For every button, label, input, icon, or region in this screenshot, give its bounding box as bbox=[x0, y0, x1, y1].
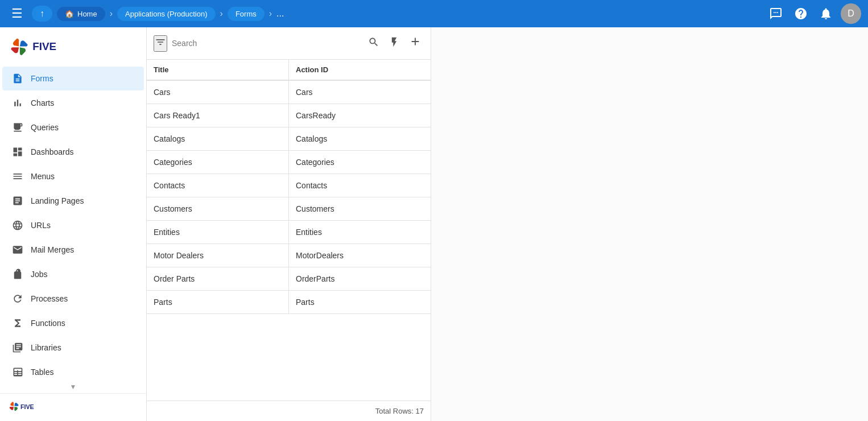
sidebar-scroll-indicator: ▼ bbox=[0, 381, 146, 393]
table-footer: Total Rows: 17 bbox=[147, 401, 431, 421]
notifications-icon[interactable] bbox=[816, 3, 836, 24]
cell-action-id: Entities bbox=[288, 221, 431, 243]
sidebar-item-libraries-label: Libraries bbox=[31, 343, 61, 352]
applications-label: Applications (Production) bbox=[125, 10, 208, 18]
sidebar-item-queries-label: Queries bbox=[31, 123, 59, 132]
forms-breadcrumb-label: Forms bbox=[235, 10, 257, 18]
sidebar-item-forms[interactable]: Forms bbox=[2, 67, 144, 90]
sidebar: FIVE Forms Charts bbox=[0, 27, 147, 421]
functions-icon bbox=[11, 317, 24, 329]
forms-icon bbox=[11, 72, 24, 85]
svg-text:FIVE: FIVE bbox=[32, 40, 56, 52]
breadcrumb-arrow-1: › bbox=[110, 9, 113, 19]
sidebar-item-libraries[interactable]: Libraries bbox=[2, 336, 144, 360]
home-label: Home bbox=[77, 10, 97, 18]
table-row[interactable]: EntitiesEntities bbox=[147, 221, 431, 244]
sidebar-item-mail-merges[interactable]: Mail Merges bbox=[2, 238, 144, 262]
breadcrumb-arrow-2: › bbox=[220, 9, 223, 19]
search-button[interactable] bbox=[366, 34, 382, 53]
main-layout: FIVE Forms Charts bbox=[0, 27, 868, 421]
sidebar-item-functions[interactable]: Functions bbox=[2, 311, 144, 335]
cell-action-id: Cars bbox=[288, 81, 431, 104]
sidebar-item-menus[interactable]: Menus bbox=[2, 164, 144, 188]
svg-text:FIVE: FIVE bbox=[20, 403, 34, 410]
table: Title Action ID CarsCarsCars Ready1CarsR… bbox=[147, 60, 431, 421]
jobs-icon bbox=[11, 268, 24, 280]
tables-icon bbox=[11, 366, 24, 378]
cell-title: Parts bbox=[147, 291, 288, 313]
search-input[interactable] bbox=[172, 39, 361, 48]
cell-title: Cars bbox=[147, 81, 288, 104]
cell-title: Catalogs bbox=[147, 127, 288, 150]
home-icon: 🏠 bbox=[65, 10, 74, 18]
avatar[interactable]: D bbox=[841, 3, 861, 24]
table-header: Title Action ID bbox=[147, 60, 431, 81]
table-row[interactable]: CategoriesCategories bbox=[147, 151, 431, 174]
cell-title: Contacts bbox=[147, 174, 288, 197]
sidebar-item-menus-label: Menus bbox=[31, 172, 55, 181]
detail-area bbox=[431, 27, 868, 421]
column-header-title: Title bbox=[147, 60, 288, 80]
sidebar-item-mail-merges-label: Mail Merges bbox=[31, 245, 74, 254]
cell-title: Order Parts bbox=[147, 267, 288, 290]
landing-pages-icon bbox=[11, 195, 24, 207]
mail-merges-icon bbox=[11, 243, 24, 256]
svg-point-2 bbox=[777, 12, 778, 13]
cell-title: Customers bbox=[147, 197, 288, 220]
list-panel: Title Action ID CarsCarsCars Ready1CarsR… bbox=[147, 27, 431, 421]
table-body: CarsCarsCars Ready1CarsReadyCatalogsCata… bbox=[147, 81, 431, 401]
cell-action-id: Parts bbox=[288, 291, 431, 313]
table-row[interactable]: Cars Ready1CarsReady bbox=[147, 104, 431, 127]
menus-icon bbox=[11, 170, 24, 183]
upload-icon: ↑ bbox=[40, 9, 44, 19]
sidebar-item-dashboards[interactable]: Dashboards bbox=[2, 140, 144, 164]
sidebar-item-queries[interactable]: Queries bbox=[2, 115, 144, 139]
upload-button[interactable]: ↑ bbox=[32, 6, 52, 22]
sidebar-item-functions-label: Functions bbox=[31, 319, 65, 328]
table-row[interactable]: CarsCars bbox=[147, 81, 431, 104]
applications-breadcrumb[interactable]: Applications (Production) bbox=[117, 7, 216, 21]
sidebar-item-forms-label: Forms bbox=[31, 74, 53, 83]
sidebar-item-landing-pages-label: Landing Pages bbox=[31, 196, 84, 205]
urls-icon bbox=[11, 219, 24, 232]
sidebar-item-charts[interactable]: Charts bbox=[2, 91, 144, 115]
sidebar-item-processes[interactable]: Processes bbox=[2, 287, 144, 311]
home-button[interactable]: 🏠 Home bbox=[57, 7, 105, 21]
sidebar-item-dashboards-label: Dashboards bbox=[31, 147, 74, 156]
sidebar-item-tables[interactable]: Tables bbox=[2, 360, 144, 381]
sidebar-item-jobs[interactable]: Jobs bbox=[2, 262, 144, 286]
cell-title: Categories bbox=[147, 151, 288, 174]
table-row[interactable]: ContactsContacts bbox=[147, 174, 431, 197]
processes-icon bbox=[11, 292, 24, 305]
sidebar-item-urls-label: URLs bbox=[31, 221, 51, 230]
table-row[interactable]: Motor DealersMotorDealers bbox=[147, 244, 431, 267]
table-row[interactable]: PartsParts bbox=[147, 291, 431, 314]
search-bar bbox=[147, 27, 431, 60]
help-icon[interactable] bbox=[791, 3, 811, 24]
table-row[interactable]: CatalogsCatalogs bbox=[147, 127, 431, 151]
cell-title: Motor Dealers bbox=[147, 244, 288, 267]
cell-action-id: OrderParts bbox=[288, 267, 431, 290]
topbar-icons: D bbox=[766, 3, 861, 24]
queries-icon bbox=[11, 121, 24, 134]
content-panel: Title Action ID CarsCarsCars Ready1CarsR… bbox=[147, 27, 868, 421]
chat-icon[interactable] bbox=[766, 3, 786, 24]
cell-action-id: Categories bbox=[288, 151, 431, 174]
table-row[interactable]: CustomersCustomers bbox=[147, 197, 431, 221]
sidebar-item-urls[interactable]: URLs bbox=[2, 213, 144, 237]
sidebar-item-processes-label: Processes bbox=[31, 294, 68, 303]
more-breadcrumbs[interactable]: ... bbox=[276, 9, 284, 19]
filter-icon[interactable] bbox=[154, 35, 167, 52]
lightning-icon[interactable] bbox=[386, 34, 402, 53]
sidebar-item-jobs-label: Jobs bbox=[31, 270, 48, 279]
table-row[interactable]: Order PartsOrderParts bbox=[147, 267, 431, 291]
svg-point-1 bbox=[775, 12, 776, 13]
menu-icon[interactable]: ☰ bbox=[7, 3, 27, 24]
sidebar-bottom-logo: FIVE bbox=[0, 393, 146, 421]
cell-action-id: CarsReady bbox=[288, 104, 431, 127]
add-button[interactable] bbox=[407, 33, 424, 53]
sidebar-nav: Forms Charts Queries Dashb bbox=[0, 66, 146, 381]
forms-breadcrumb[interactable]: Forms bbox=[228, 7, 264, 21]
sidebar-logo: FIVE bbox=[0, 27, 146, 66]
sidebar-item-landing-pages[interactable]: Landing Pages bbox=[2, 189, 144, 213]
